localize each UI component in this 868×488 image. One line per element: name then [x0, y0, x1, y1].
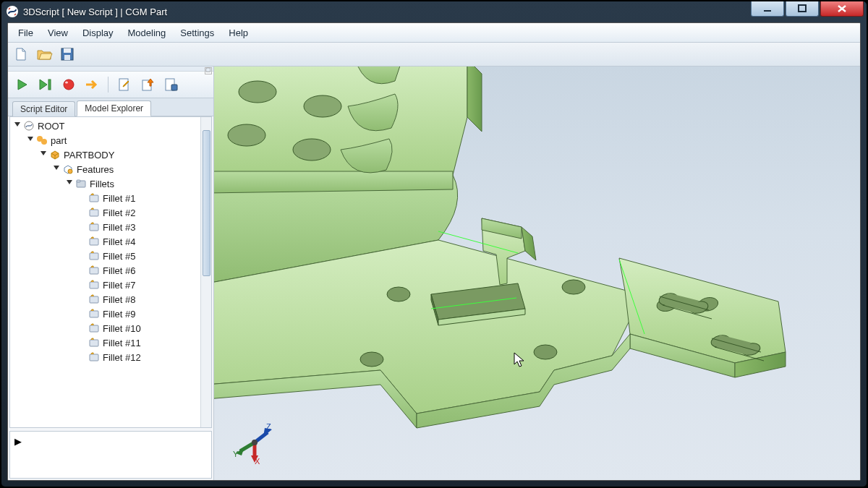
tree-node-fillet-3[interactable]: Fillet #3	[10, 220, 201, 234]
undock-icon[interactable]: ▢	[205, 67, 212, 74]
tree-node-fillet-1[interactable]: Fillet #1	[10, 191, 201, 205]
tree-node-label: Features	[77, 164, 114, 175]
console-panel[interactable]: ▶	[9, 431, 212, 479]
tree-node-fillet-4[interactable]: Fillet #4	[10, 234, 201, 249]
tree-node-fillet-10[interactable]: Fillet #10	[10, 321, 201, 335]
record-button[interactable]	[59, 75, 79, 94]
svg-rect-30	[90, 354, 98, 361]
main-toolbar	[8, 43, 860, 67]
panel-tabs: Script EditorModel Explorer	[8, 98, 213, 116]
menu-file[interactable]: File	[11, 25, 41, 41]
side-panel: ▢ Script EditorModel Explorer ROOTpartPA…	[8, 67, 214, 480]
tree-node-fillet-6[interactable]: Fillet #6	[10, 263, 201, 278]
svg-point-15	[41, 139, 47, 145]
part-icon	[36, 134, 48, 146]
edit-script-button[interactable]	[114, 75, 135, 94]
view-triad[interactable]: Z Y X	[233, 421, 276, 464]
tree-node-fillet-11[interactable]: Fillet #11	[10, 335, 201, 350]
fillet-icon	[88, 279, 100, 291]
scroll-thumb[interactable]	[203, 130, 210, 276]
menu-view[interactable]: View	[41, 25, 75, 41]
tree-twisty-icon[interactable]	[65, 179, 74, 188]
svg-point-8	[65, 82, 68, 84]
tree-node-label: Fillet #7	[103, 280, 136, 291]
tree-node-part[interactable]: part	[10, 133, 201, 147]
tree-node-fillet-5[interactable]: Fillet #5	[10, 249, 201, 263]
tree-twisty-icon[interactable]	[52, 165, 61, 174]
tree-node-label: Fillet #12	[103, 352, 141, 363]
svg-point-31	[239, 81, 276, 103]
fillet-icon	[88, 322, 100, 334]
svg-rect-27	[90, 311, 98, 317]
open-file-button[interactable]	[34, 45, 54, 64]
tab-model-explorer[interactable]: Model Explorer	[77, 100, 151, 116]
close-button[interactable]	[820, 1, 864, 17]
save-file-button[interactable]	[57, 45, 77, 64]
app-icon	[6, 5, 19, 18]
tree-node-label: Fillet #4	[103, 236, 136, 247]
svg-rect-19	[90, 195, 98, 202]
menu-modeling[interactable]: Modeling	[121, 25, 174, 41]
body-icon	[49, 149, 61, 160]
minimize-button[interactable]	[751, 1, 784, 17]
tree-node-fillet-8[interactable]: Fillet #8	[10, 292, 201, 307]
tree-node-label: Fillet #3	[103, 222, 136, 233]
tree-node-fillets[interactable]: Fillets	[10, 176, 201, 191]
tree-node-label: Fillet #5	[103, 251, 136, 262]
tab-script-editor[interactable]: Script Editor	[12, 101, 75, 116]
tree-node-label: Fillet #9	[103, 309, 136, 320]
root-icon	[23, 120, 35, 132]
folder-icon	[75, 178, 87, 189]
svg-point-16	[68, 169, 72, 174]
svg-point-38	[534, 345, 557, 359]
fillet-icon	[88, 192, 100, 204]
axis-y-label: Y	[233, 450, 238, 458]
svg-rect-9	[119, 79, 128, 90]
tree-node-label: Fillet #10	[103, 323, 141, 334]
step-over-button[interactable]	[82, 75, 102, 94]
svg-rect-23	[90, 253, 98, 260]
3d-viewport[interactable]: Z Y X	[214, 67, 860, 480]
fillet-icon	[88, 221, 100, 233]
fillet-icon	[88, 308, 100, 320]
tree-twisty-icon[interactable]	[39, 150, 48, 159]
export-config-button[interactable]	[161, 75, 181, 94]
run-button[interactable]	[12, 75, 33, 94]
run-step-button[interactable]	[35, 75, 56, 94]
tree-node-fillet-7[interactable]: Fillet #7	[10, 278, 201, 292]
part-render	[214, 67, 860, 479]
tree-node-fillet-12[interactable]: Fillet #12	[10, 350, 201, 364]
export-up-button[interactable]	[137, 75, 158, 94]
svg-rect-6	[48, 80, 51, 90]
svg-rect-4	[64, 48, 71, 53]
menu-display[interactable]: Display	[75, 25, 121, 41]
svg-rect-24	[90, 267, 98, 274]
new-file-button[interactable]	[11, 45, 31, 64]
title-bar[interactable]: 3DScript [ New Script ] | CGM Part	[1, 1, 867, 22]
tree-twisty-icon[interactable]	[13, 121, 22, 130]
svg-rect-18	[77, 180, 80, 182]
tree-scrollbar[interactable]	[200, 117, 211, 427]
svg-rect-22	[90, 239, 98, 245]
svg-point-37	[360, 352, 383, 367]
menu-help[interactable]: Help	[221, 25, 255, 41]
svg-rect-28	[90, 325, 98, 332]
tree-node-fillet-2[interactable]: Fillet #2	[10, 205, 201, 220]
tree-node-fillet-9[interactable]: Fillet #9	[10, 307, 201, 321]
fillet-icon	[88, 250, 100, 262]
panel-header[interactable]: ▢	[8, 67, 213, 72]
tree-twisty-icon[interactable]	[26, 136, 35, 145]
tree-node-partbody[interactable]: PARTBODY	[10, 147, 201, 162]
tree-node-root[interactable]: ROOT	[10, 119, 201, 133]
model-tree[interactable]: ROOTpartPARTBODYFeaturesFilletsFillet #1…	[9, 116, 212, 428]
svg-rect-20	[90, 210, 98, 216]
tree-node-label: ROOT	[38, 121, 65, 132]
feat-icon	[62, 163, 74, 175]
svg-rect-21	[90, 224, 98, 231]
window-title: 3DScript [ New Script ] | CGM Part	[23, 7, 167, 17]
tree-node-features[interactable]: Features	[10, 162, 201, 176]
maximize-button[interactable]	[786, 1, 819, 17]
svg-rect-26	[90, 296, 98, 303]
fillet-icon	[88, 236, 100, 247]
menu-settings[interactable]: Settings	[173, 25, 221, 41]
